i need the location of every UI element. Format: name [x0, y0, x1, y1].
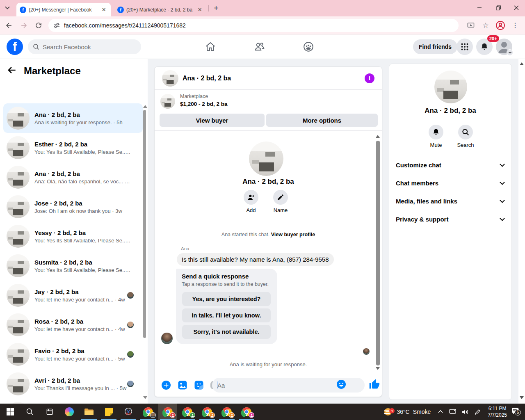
copilot-button[interactable]	[60, 404, 79, 420]
sticker-icon[interactable]	[194, 380, 204, 390]
conversation-item[interactable]: Jay · 2 bd, 2 baYou: let me have your co…	[3, 281, 143, 310]
emoji-icon[interactable]	[336, 379, 346, 391]
browser-tab-marketplace[interactable]: f (20+) Marketplace - 2 bd, 2 ba ✕	[114, 3, 207, 16]
friends-icon[interactable]	[254, 41, 265, 54]
conversation-item[interactable]: Ana · 2 bd, 2 baAna: Olá, não falo espan…	[3, 162, 143, 192]
tray-expand-icon[interactable]	[438, 409, 443, 415]
chat-scrollbar[interactable]	[376, 141, 380, 365]
quick-response-option[interactable]: Yes, are you interested?	[182, 292, 271, 306]
conversation-item[interactable]: Esther · 2 bd, 2 baYou: Yes Its Still Av…	[3, 133, 143, 162]
chrome-window-button[interactable]	[198, 404, 217, 420]
window-close-button[interactable]	[507, 0, 525, 16]
panel-section-privacy-support[interactable]: Privacy & support	[389, 210, 511, 228]
add-member-button[interactable]	[244, 190, 258, 205]
quick-response-option[interactable]: Sorry, it's not available.	[182, 325, 271, 339]
install-icon[interactable]	[465, 20, 477, 31]
back-arrow-icon[interactable]	[7, 65, 17, 77]
tab-search-icon[interactable]	[4, 5, 11, 13]
window-minimize-button[interactable]	[470, 0, 489, 16]
chrome-window-button[interactable]	[237, 404, 256, 420]
profile-avatar[interactable]	[496, 39, 512, 55]
mute-button[interactable]	[429, 125, 443, 139]
action-center-button[interactable]: 5	[511, 407, 519, 416]
facebook-logo[interactable]: f	[7, 39, 23, 55]
tab-close-icon[interactable]: ✕	[196, 6, 203, 14]
chat-scroll-up[interactable]	[376, 135, 380, 138]
message-input-field[interactable]	[217, 382, 336, 389]
conversation-details-panel: Ana · 2 bd, 2 ba Mute Search Customize c…	[389, 64, 512, 400]
volume-icon[interactable]	[462, 409, 469, 415]
search-in-chat-button[interactable]	[458, 125, 473, 139]
edit-name-button[interactable]	[273, 190, 288, 205]
page-scroll-down[interactable]	[520, 396, 524, 399]
conversation-avatar	[7, 107, 30, 130]
site-settings-icon[interactable]	[53, 22, 60, 29]
chrome-window-button[interactable]	[178, 404, 197, 420]
more-options-button[interactable]: More options	[266, 114, 378, 127]
view-buyer-profile-link[interactable]: View buyer profile	[271, 232, 315, 237]
sidebar-scrollbar[interactable]	[143, 110, 146, 338]
conversation-item[interactable]: Yessy · 2 bd, 2 baYou: Yes Its Still Ava…	[3, 221, 143, 251]
snipping-tool-button[interactable]	[119, 404, 138, 420]
attach-plus-icon[interactable]	[161, 380, 171, 390]
new-tab-button[interactable]: +	[214, 4, 219, 13]
start-button[interactable]	[1, 404, 20, 420]
chrome-profile-badge	[170, 412, 176, 418]
apps-menu-button[interactable]	[457, 39, 473, 55]
panel-section-chat-members[interactable]: Chat members	[389, 174, 511, 192]
search-input[interactable]	[43, 43, 125, 50]
conversation-item[interactable]: Ana · 2 bd, 2 baAna is waiting for your …	[3, 103, 143, 133]
page-scroll-up[interactable]	[520, 62, 524, 65]
sticky-notes-button[interactable]	[99, 404, 118, 420]
conversation-info-icon[interactable]: i	[365, 73, 374, 83]
conversation-item[interactable]: Avri · 2 bd, 2 baYou: Thanks I'll messag…	[3, 369, 143, 399]
conversation-item[interactable]: Favio · 2 bd, 2 baYou: let me have your …	[3, 340, 143, 369]
weather-widget[interactable]: 1 36°C Smoke	[383, 406, 435, 417]
notification-count-badge: 20+	[487, 35, 499, 42]
display-cast-icon[interactable]	[449, 409, 456, 415]
conversation-item[interactable]: Rosa · 2 bd, 2 baYou: let me have your c…	[3, 310, 143, 340]
chevron-down-icon	[500, 216, 505, 221]
incoming-message-bubble[interactable]: Is this still available? My name is Ana,…	[177, 253, 334, 266]
chat-scroll-down[interactable]	[376, 367, 380, 370]
task-view-icon	[46, 408, 54, 416]
taskbar-search-button[interactable]	[21, 404, 39, 420]
bookmark-star-icon[interactable]: ☆	[480, 20, 491, 31]
chrome-window-button[interactable]	[158, 404, 177, 420]
pen-icon[interactable]	[475, 409, 481, 415]
chrome-window-button[interactable]	[139, 404, 158, 420]
sticky-note-icon	[105, 408, 113, 416]
groups-icon[interactable]	[303, 41, 314, 54]
bell-icon	[432, 128, 440, 136]
panel-section-media-files-and-links[interactable]: Media, files and links	[389, 192, 511, 210]
chat-avatar[interactable]	[162, 70, 178, 87]
conversation-item[interactable]: Susmita · 2 bd, 2 baYou: Yes Its Still A…	[3, 251, 143, 281]
conversation-item[interactable]: Jose · 2 bd, 2 baJose: Oh I am ok now th…	[3, 192, 143, 221]
forward-icon[interactable]	[18, 20, 30, 31]
panel-section-customize-chat[interactable]: Customize chat	[389, 156, 511, 174]
address-bar[interactable]: facebook.com/messages/t/2411124900517168…	[48, 19, 459, 32]
reload-icon[interactable]	[33, 20, 44, 31]
tab-close-icon[interactable]: ✕	[100, 6, 107, 14]
browser-menu-icon[interactable]: ⋮	[509, 20, 521, 31]
page-scrollbar[interactable]	[518, 59, 525, 404]
like-thumb-icon[interactable]	[369, 379, 380, 392]
home-icon[interactable]	[205, 41, 216, 54]
sidebar-scroll-up[interactable]	[143, 105, 147, 108]
find-friends-button[interactable]: Find friends	[413, 39, 457, 54]
window-restore-button[interactable]	[489, 0, 508, 16]
chrome-window-button[interactable]	[217, 404, 236, 420]
browser-tab-messenger[interactable]: f (20+) Messenger | Facebook ✕	[16, 3, 111, 16]
back-icon[interactable]	[3, 20, 15, 31]
browser-profile-icon[interactable]	[495, 20, 506, 31]
pencil-icon	[277, 194, 284, 201]
task-view-button[interactable]	[40, 404, 59, 420]
sidebar-scroll-down[interactable]	[143, 396, 147, 399]
quick-response-option[interactable]: In talks. I'll let you know.	[182, 308, 271, 322]
file-explorer-button[interactable]	[80, 404, 98, 420]
message-input[interactable]	[212, 378, 365, 393]
photo-icon[interactable]	[178, 380, 187, 390]
taskbar-clock[interactable]: 6:11 PM 7/7/2025	[488, 405, 507, 418]
view-buyer-button[interactable]: View buyer	[160, 114, 265, 127]
facebook-search[interactable]	[28, 39, 141, 54]
